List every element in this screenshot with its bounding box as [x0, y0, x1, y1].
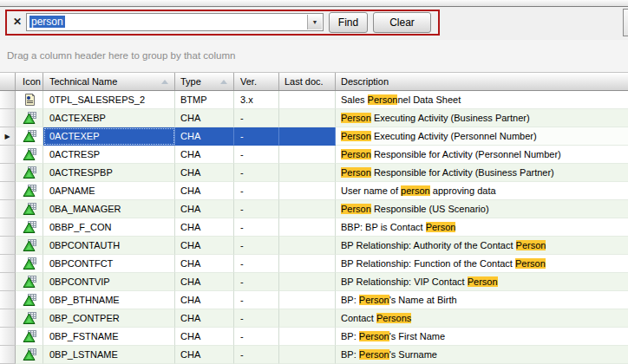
icon-cell[interactable] [16, 218, 43, 237]
description-cell[interactable]: BP Relationship: Authority of the Contac… [336, 237, 628, 255]
table-row[interactable]: 0TPL_SALESREPS_2BTMP3.xSales Personnel D… [0, 91, 628, 109]
row-indicator-cell[interactable] [0, 182, 16, 200]
version-cell[interactable]: - [234, 309, 279, 328]
type-cell[interactable]: CHA [175, 200, 234, 218]
version-cell[interactable]: - [234, 328, 279, 346]
table-row[interactable]: 0ACTRESPBPCHA-Person Responsible for Act… [0, 164, 628, 182]
type-cell[interactable]: CHA [175, 328, 234, 346]
row-indicator-cell[interactable]: ▶ [0, 127, 16, 146]
row-indicator-cell[interactable] [0, 218, 16, 237]
row-indicator-cell[interactable] [0, 309, 16, 328]
icon-cell[interactable] [16, 237, 43, 255]
last-doc-cell[interactable] [279, 146, 336, 164]
description-cell[interactable]: Sales Personnel Data Sheet [336, 91, 628, 109]
description-cell[interactable]: Person Responsible for Activity (Personn… [336, 146, 628, 164]
description-cell[interactable]: Person Responsible for Activity (Busines… [336, 164, 628, 182]
last-doc-cell[interactable] [279, 200, 336, 218]
description-cell[interactable]: BP: Person's First Name [336, 328, 628, 346]
table-row[interactable]: ▶ 0ACTEXEPCHA-Person Executing Activity … [0, 127, 628, 146]
description-cell[interactable]: BBP: BP is Contact Person [336, 218, 628, 237]
header-description[interactable]: Description [336, 73, 628, 90]
technical-name-cell[interactable]: 0BPCONTAUTH [43, 237, 175, 255]
icon-cell[interactable] [16, 109, 43, 127]
last-doc-cell[interactable] [279, 127, 336, 146]
group-by-area[interactable]: Drag a column header here to group by th… [0, 40, 628, 72]
technical-name-cell[interactable]: 0BPCONTFCT [43, 255, 175, 273]
last-doc-cell[interactable] [279, 237, 336, 255]
last-doc-cell[interactable] [279, 273, 336, 291]
technical-name-cell[interactable]: 0ACTRESP [43, 146, 175, 164]
version-cell[interactable]: - [234, 164, 279, 182]
type-cell[interactable]: CHA [175, 182, 234, 200]
technical-name-cell[interactable]: 0BP_BTHNAME [43, 291, 175, 309]
description-cell[interactable]: BP Relationship: Function of the Contact… [336, 255, 628, 273]
table-row[interactable]: 0APNAMECHA-User name of person approving… [0, 182, 628, 200]
row-indicator-cell[interactable] [0, 273, 16, 291]
icon-cell[interactable] [16, 346, 43, 364]
icon-cell[interactable] [16, 309, 43, 328]
row-indicator-cell[interactable] [0, 146, 16, 164]
last-doc-cell[interactable] [279, 328, 336, 346]
type-cell[interactable]: CHA [175, 164, 234, 182]
chevron-down-icon[interactable]: ▼ [307, 15, 322, 29]
version-cell[interactable]: - [234, 346, 279, 364]
header-version[interactable]: Ver. [234, 73, 279, 90]
table-row[interactable]: 0ACTRESPCHA-Person Responsible for Activ… [0, 146, 628, 164]
version-cell[interactable]: - [234, 218, 279, 237]
version-cell[interactable]: 3.x [234, 91, 279, 109]
type-cell[interactable]: CHA [175, 346, 234, 364]
version-cell[interactable]: - [234, 109, 279, 127]
last-doc-cell[interactable] [279, 91, 336, 109]
version-cell[interactable]: - [234, 291, 279, 309]
row-indicator-cell[interactable] [0, 237, 16, 255]
row-indicator-cell[interactable] [0, 91, 16, 109]
technical-name-cell[interactable]: 0TPL_SALESREPS_2 [43, 91, 175, 109]
technical-name-cell[interactable]: 0ACTEXEBP [43, 109, 175, 127]
technical-name-cell[interactable]: 0ACTRESPBP [43, 164, 175, 182]
version-cell[interactable]: - [234, 255, 279, 273]
technical-name-cell[interactable]: 0APNAME [43, 182, 175, 200]
table-row[interactable]: 0ACTEXEBPCHA-Person Executing Activity (… [0, 109, 628, 127]
version-cell[interactable]: - [234, 127, 279, 146]
description-cell[interactable]: BP: Person's Surname [336, 346, 628, 364]
last-doc-cell[interactable] [279, 309, 336, 328]
row-indicator-cell[interactable] [0, 328, 16, 346]
technical-name-cell[interactable]: 0BA_MANAGER [43, 200, 175, 218]
header-type[interactable]: Type [175, 73, 234, 90]
type-cell[interactable]: CHA [175, 146, 234, 164]
icon-cell[interactable] [16, 291, 43, 309]
description-cell[interactable]: Person Responsible (US Scenario) [336, 200, 628, 218]
close-find-icon[interactable]: ✕ [11, 15, 23, 29]
type-cell[interactable]: CHA [175, 309, 234, 328]
type-cell[interactable]: CHA [175, 291, 234, 309]
icon-cell[interactable] [16, 273, 43, 291]
table-row[interactable]: 0BPCONTVIPCHA-BP Relationship: VIP Conta… [0, 273, 628, 291]
icon-cell[interactable] [16, 127, 43, 146]
header-technical-name[interactable]: Technical Name [43, 73, 175, 90]
row-indicator-cell[interactable] [0, 109, 16, 127]
last-doc-cell[interactable] [279, 218, 336, 237]
row-indicator-cell[interactable] [0, 346, 16, 364]
technical-name-cell[interactable]: 0BP_CONTPER [43, 309, 175, 328]
description-cell[interactable]: Contact Persons [336, 309, 628, 328]
description-cell[interactable]: BP: Person's Name at Birth [336, 291, 628, 309]
table-row[interactable]: 0BP_FSTNAMECHA-BP: Person's First Name [0, 328, 628, 346]
search-input-value[interactable]: person [29, 16, 65, 28]
type-cell[interactable]: CHA [175, 237, 234, 255]
row-indicator-cell[interactable] [0, 255, 16, 273]
icon-cell[interactable] [16, 255, 43, 273]
version-cell[interactable]: - [234, 273, 279, 291]
icon-cell[interactable] [16, 328, 43, 346]
version-cell[interactable]: - [234, 237, 279, 255]
table-row[interactable]: 0BP_CONTPERCHA-Contact Persons [0, 309, 628, 328]
type-cell[interactable]: CHA [175, 255, 234, 273]
header-last-doc[interactable]: Last doc. [279, 73, 336, 90]
icon-cell[interactable] [16, 146, 43, 164]
description-cell[interactable]: Person Executing Activity (Personnel Num… [336, 127, 628, 146]
header-icon[interactable]: Icon [16, 73, 43, 90]
row-indicator-cell[interactable] [0, 200, 16, 218]
row-indicator-cell[interactable] [0, 291, 16, 309]
technical-name-cell[interactable]: 0BP_LSTNAME [43, 346, 175, 364]
version-cell[interactable]: - [234, 182, 279, 200]
last-doc-cell[interactable] [279, 109, 336, 127]
